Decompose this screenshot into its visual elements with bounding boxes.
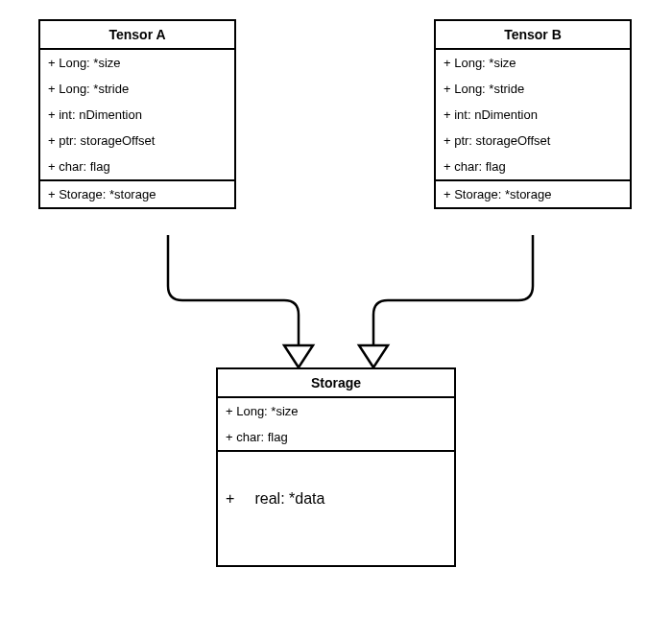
attr-row: + char: flag	[218, 424, 454, 450]
attr-row: + Long: *size	[436, 50, 630, 76]
class-title: Storage	[218, 369, 454, 398]
attr-row: + ptr: storageOffset	[436, 128, 630, 154]
attr-row: + ptr: storageOffset	[40, 128, 234, 154]
class-tensor-b: Tensor B + Long: *size + Long: *stride +…	[434, 19, 632, 209]
attr-row: + Long: *stride	[40, 76, 234, 102]
attr-row: + int: nDimention	[436, 102, 630, 128]
class-attrs: + Long: *size + Long: *stride + int: nDi…	[436, 50, 630, 181]
plus-sign: +	[226, 490, 251, 508]
attr-row: + Long: *stride	[436, 76, 630, 102]
arrow-a-to-storage	[168, 235, 313, 367]
attr-row: + char: flag	[40, 154, 234, 179]
data-text: real: *data	[254, 490, 324, 507]
attr-storage-ref: + Storage: *storage	[40, 181, 234, 207]
class-storage: Storage + Long: *size + char: flag + rea…	[216, 367, 456, 567]
class-tensor-a: Tensor A + Long: *size + Long: *stride +…	[38, 19, 236, 209]
attr-row: + Long: *size	[218, 398, 454, 424]
attr-storage-ref: + Storage: *storage	[436, 181, 630, 207]
class-title: Tensor B	[436, 21, 630, 50]
class-title: Tensor A	[40, 21, 234, 50]
class-attrs: + Long: *size + char: flag	[218, 398, 454, 452]
arrow-b-to-storage	[359, 235, 533, 367]
attr-row: + Long: *size	[40, 50, 234, 76]
attr-row: + int: nDimention	[40, 102, 234, 128]
class-attrs: + Long: *size + Long: *stride + int: nDi…	[40, 50, 234, 181]
attr-row: + char: flag	[436, 154, 630, 179]
attr-data: + real: *data	[218, 452, 454, 565]
